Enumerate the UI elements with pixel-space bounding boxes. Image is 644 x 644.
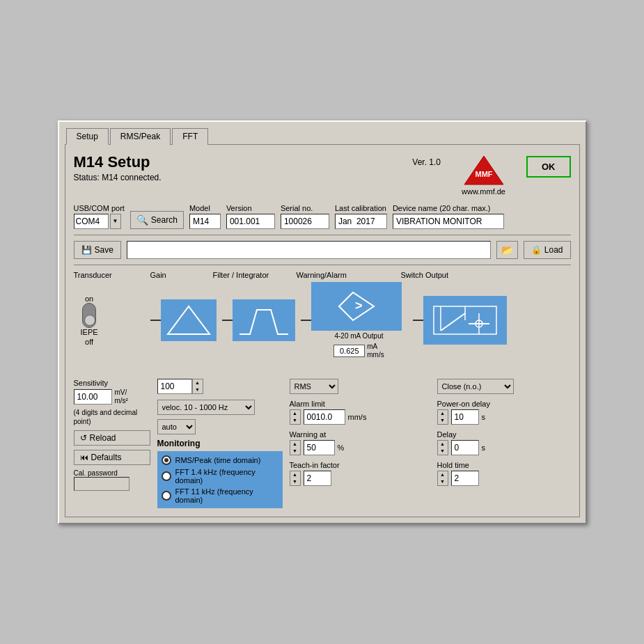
search-button[interactable]: 🔍 Search (130, 211, 184, 229)
cal-password-group: Cal. password (74, 469, 150, 491)
delay-down[interactable]: ▼ (438, 448, 448, 455)
warning-svg: > (336, 289, 377, 324)
tab-fft[interactable]: FFT (172, 128, 208, 145)
auto-select-group: auto 1 2 4 8 (157, 419, 283, 434)
monitoring-rms-peak[interactable]: RMS/Peak (time domain) (162, 455, 278, 465)
diagram-labels: Transducer Gain Filter / Integrator Warn… (74, 271, 571, 279)
hold-time-input[interactable] (451, 471, 479, 486)
sensitivity-group: Sensitivity mV/ m/s² (4 digits and decim… (74, 379, 150, 426)
filter-svg (236, 303, 292, 338)
gain-svg (164, 303, 213, 338)
alarm-limit-row: ▲ ▼ mm/s (290, 409, 423, 425)
auto-select[interactable]: auto 1 2 4 8 (157, 419, 196, 434)
load-button[interactable]: 🔒 Load (524, 241, 571, 259)
serial-input[interactable] (281, 214, 329, 229)
folder-button[interactable]: 📂 (496, 241, 518, 259)
teach-in-arrows: ▲ ▼ (290, 471, 301, 486)
filter-select[interactable]: veloc. 10 - 1000 Hz accel. 10 - 1000 Hz … (157, 400, 255, 415)
search-group: 🔍 Search (130, 201, 184, 229)
warning-at-down[interactable]: ▼ (290, 448, 300, 455)
alarm-col: RMS Peak Peak-Peak Alarm limit ▲ ▼ (290, 379, 423, 492)
logo-url: www.mmf.de (462, 187, 505, 196)
cal-password-input[interactable] (74, 477, 129, 491)
gain-down-button[interactable]: ▼ (193, 386, 203, 393)
power-on-up[interactable]: ▲ (438, 410, 448, 417)
rms-select[interactable]: RMS Peak Peak-Peak (290, 379, 338, 394)
switch-diagram-block (423, 296, 507, 345)
warning-at-unit: % (338, 443, 345, 452)
com-port-input[interactable] (74, 214, 109, 229)
alarm-limit-up[interactable]: ▲ (290, 410, 300, 417)
search-label: Search (151, 215, 178, 225)
version-input[interactable] (226, 214, 275, 229)
gain-input[interactable] (157, 379, 192, 394)
ma-value-box: 0.625 (333, 345, 365, 357)
warning-at-input[interactable] (304, 440, 335, 455)
iepe-switch[interactable] (82, 303, 96, 328)
monitoring-fft-1k4[interactable]: FFT 1.4 kHz (frequency domain) (162, 468, 278, 485)
alarm-limit-down[interactable]: ▼ (290, 417, 300, 424)
teach-in-label: Teach-in factor (290, 461, 423, 469)
close-no-select[interactable]: Close (n.o.) Open (n.c.) (437, 379, 514, 394)
device-name-group: Device name (20 char. max.) (393, 204, 504, 229)
model-group: Model (189, 204, 221, 229)
file-path-input[interactable] (127, 241, 491, 259)
divider-1 (74, 235, 571, 235)
power-on-input[interactable] (451, 409, 479, 425)
teach-in-input[interactable] (304, 471, 331, 486)
device-name-input[interactable] (393, 214, 504, 229)
arrow-1 (150, 320, 161, 321)
controls-row: Sensitivity mV/ m/s² (4 digits and decim… (74, 379, 571, 508)
ma-value-row: 0.625 mA mm/s (333, 343, 384, 359)
alarm-limit-arrows: ▲ ▼ (290, 409, 301, 425)
warning-at-row: ▲ ▼ % (290, 440, 423, 455)
teach-in-up[interactable]: ▲ (290, 471, 300, 478)
logo-block: MMF www.mmf.de (462, 153, 505, 196)
gain-diagram-block (161, 299, 217, 341)
power-on-down[interactable]: ▼ (438, 417, 448, 424)
reload-icon: ↺ (80, 433, 87, 443)
power-on-unit: s (482, 413, 486, 421)
delay-arrows: ▲ ▼ (437, 440, 448, 455)
version-label: Version (226, 204, 275, 212)
tab-setup[interactable]: Setup (66, 128, 109, 145)
iepe-toggle: on IEPE off (81, 294, 98, 346)
alarm-limit-input[interactable] (304, 409, 345, 425)
teach-in-row: ▲ ▼ (290, 471, 423, 486)
status-line: Status: M14 connected. (74, 173, 392, 182)
filter-select-group: veloc. 10 - 1000 Hz accel. 10 - 1000 Hz … (157, 400, 283, 415)
sensitivity-input[interactable] (74, 389, 112, 405)
model-input[interactable] (189, 214, 221, 229)
gain-up-button[interactable]: ▲ (193, 379, 203, 386)
teach-in-down[interactable]: ▼ (290, 478, 300, 485)
defaults-button[interactable]: ⏮ Defaults (74, 450, 150, 465)
diagram-row: on IEPE off (74, 282, 571, 359)
monitoring-fft-11k[interactable]: FFT 11 kHz (frequency domain) (162, 487, 278, 504)
hold-time-down[interactable]: ▼ (438, 478, 448, 485)
hold-time-up[interactable]: ▲ (438, 471, 448, 478)
warning-at-up[interactable]: ▲ (290, 441, 300, 448)
hold-time-label: Hold time (437, 461, 571, 469)
alarm-limit-unit: mm/s (348, 413, 367, 421)
warning-label: Warning/Alarm (297, 271, 401, 279)
mmf-logo: MMF (463, 155, 505, 186)
filter-label: Filter / Integrator (213, 271, 297, 279)
com-dropdown-arrow[interactable]: ▼ (110, 214, 121, 229)
ok-button[interactable]: OK (526, 156, 571, 178)
mid-controls: ▲ ▼ veloc. 10 - 1000 Hz accel. 10 - 1000… (157, 379, 283, 508)
monitoring-group: Monitoring RMS/Peak (time domain) FFT 1.… (157, 439, 283, 508)
delay-up[interactable]: ▲ (438, 441, 448, 448)
warning-diagram-block: > (311, 282, 402, 331)
delay-label: Delay (437, 430, 571, 439)
off-label: off (85, 338, 93, 346)
save-load-row: 💾 Save 📂 🔒 Load (74, 241, 571, 259)
radio-rms-peak (162, 455, 171, 465)
delay-input[interactable] (451, 440, 479, 455)
reload-button[interactable]: ↺ Reload (74, 430, 150, 446)
title-block: M14 Setup Status: M14 connected. (74, 153, 392, 182)
calibration-input[interactable] (335, 214, 387, 229)
save-button[interactable]: 💾 Save (74, 241, 121, 259)
sens-input-row: mV/ m/s² (74, 388, 150, 405)
sensitivity-unit: mV/ m/s² (115, 388, 128, 405)
tab-rms-peak[interactable]: RMS/Peak (110, 128, 171, 145)
